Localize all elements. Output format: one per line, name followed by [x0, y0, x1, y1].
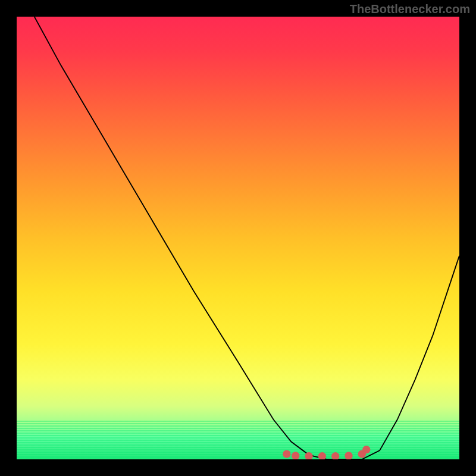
marker-dot: [292, 452, 299, 459]
marker-dot: [331, 452, 339, 459]
curve-layer: [17, 17, 459, 459]
marker-dot: [345, 452, 352, 459]
watermark-text: TheBottleneсker.com: [350, 2, 470, 16]
marker-dot: [362, 446, 370, 453]
plot-area: [17, 17, 459, 459]
bottleneck-curve: [35, 17, 459, 459]
marker-group: [283, 446, 370, 459]
marker-dot: [283, 450, 290, 458]
marker-dot: [318, 452, 326, 459]
